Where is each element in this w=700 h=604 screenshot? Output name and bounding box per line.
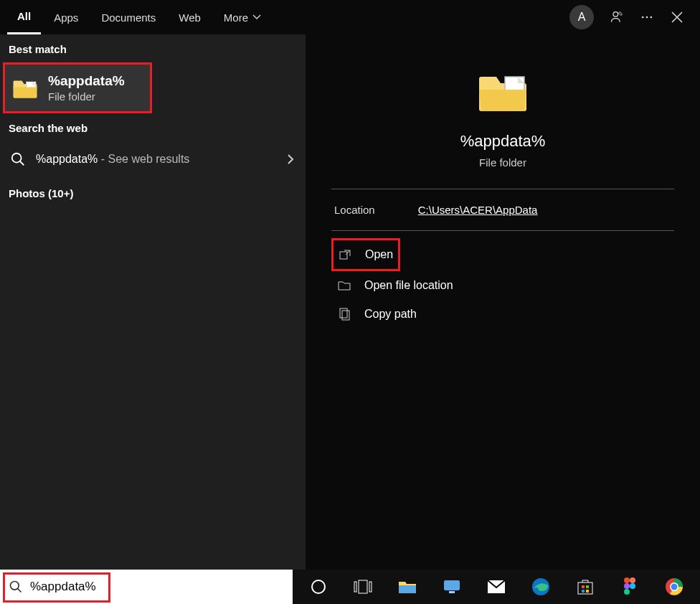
preview-title: %appdata% <box>331 132 674 151</box>
file-explorer-icon[interactable] <box>396 575 419 598</box>
svg-point-32 <box>671 584 678 590</box>
photos-section-label[interactable]: Photos (10+) <box>0 177 306 209</box>
search-input[interactable] <box>30 580 284 594</box>
taskbar-icons <box>293 570 700 604</box>
tab-all[interactable]: All <box>7 0 41 34</box>
feedback-icon[interactable] <box>610 10 624 24</box>
svg-point-11 <box>312 580 325 593</box>
tab-more[interactable]: More <box>214 0 271 34</box>
best-match-text: %appdata% File folder <box>48 73 125 103</box>
action-open-file-location[interactable]: Open file location <box>331 271 674 300</box>
svg-point-26 <box>630 577 635 583</box>
mail-icon[interactable] <box>485 575 508 598</box>
figma-icon[interactable] <box>618 575 641 598</box>
best-match-subtitle: File folder <box>48 90 125 103</box>
svg-rect-9 <box>342 311 349 320</box>
svg-rect-22 <box>586 585 589 588</box>
svg-point-3 <box>651 16 653 19</box>
web-result-suffix: - See web results <box>98 153 189 165</box>
action-label: Open <box>365 248 393 261</box>
chevron-down-icon <box>252 13 261 22</box>
svg-point-27 <box>624 583 630 589</box>
action-label: Open file location <box>364 279 453 292</box>
tab-apps[interactable]: Apps <box>44 0 88 34</box>
svg-point-25 <box>624 577 630 583</box>
web-result-text: %appdata% - See web results <box>36 153 189 166</box>
folder-outline-icon <box>337 278 351 293</box>
svg-rect-24 <box>586 590 589 593</box>
svg-rect-7 <box>340 252 347 259</box>
svg-rect-16 <box>444 580 460 590</box>
location-path-link[interactable]: C:\Users\ACER\AppData <box>418 204 538 216</box>
actions-list: Open Open file location Copy path <box>331 238 674 329</box>
location-label: Location <box>334 204 375 216</box>
avatar-letter: A <box>578 11 586 24</box>
cortana-icon[interactable] <box>307 575 330 598</box>
svg-rect-8 <box>340 308 347 318</box>
main-area: Best match %appdata% File folder <box>0 34 700 570</box>
svg-point-29 <box>624 589 630 595</box>
web-result-row[interactable]: %appdata% - See web results <box>0 141 306 177</box>
search-web-label: Search the web <box>0 113 306 141</box>
more-options-icon[interactable] <box>640 10 654 24</box>
task-view-icon[interactable] <box>351 575 374 598</box>
chrome-icon[interactable] <box>663 575 686 598</box>
search-icon <box>10 151 26 167</box>
tab-documents[interactable]: Documents <box>91 0 166 34</box>
folder-icon <box>12 77 38 99</box>
svg-rect-15 <box>399 585 416 593</box>
svg-rect-17 <box>449 591 455 593</box>
results-panel: Best match %appdata% File folder <box>0 34 306 570</box>
best-match-title: %appdata% <box>48 73 125 89</box>
svg-point-2 <box>646 16 648 19</box>
tab-web[interactable]: Web <box>169 0 211 34</box>
close-icon[interactable] <box>670 10 684 24</box>
location-row: Location C:\Users\ACER\AppData <box>331 189 674 230</box>
taskbar <box>0 570 700 604</box>
taskbar-search[interactable] <box>0 570 293 604</box>
tabs: All Apps Documents Web More <box>7 0 271 34</box>
svg-point-1 <box>642 16 644 19</box>
topbar-right: A <box>569 5 693 29</box>
tab-label: More <box>224 11 248 24</box>
svg-rect-13 <box>359 580 367 593</box>
action-open[interactable]: Open <box>331 238 400 271</box>
web-result-query: %appdata% <box>36 153 98 165</box>
tab-label: All <box>17 10 31 22</box>
svg-rect-14 <box>369 582 372 592</box>
svg-point-0 <box>613 12 618 17</box>
svg-rect-12 <box>354 582 356 592</box>
svg-rect-20 <box>578 582 592 594</box>
svg-point-10 <box>11 582 19 590</box>
preview-panel: %appdata% File folder Location C:\Users\… <box>306 34 700 570</box>
best-match-label: Best match <box>0 34 306 62</box>
tab-label: Web <box>179 11 201 24</box>
copy-icon <box>337 307 351 321</box>
tab-label: Documents <box>101 11 156 24</box>
tab-label: Apps <box>54 11 78 24</box>
action-label: Copy path <box>364 308 417 321</box>
user-avatar[interactable]: A <box>569 5 594 29</box>
preview-subtitle: File folder <box>331 156 674 169</box>
chevron-right-icon <box>285 154 295 164</box>
edge-icon[interactable] <box>529 575 552 598</box>
search-icon <box>9 580 23 594</box>
app-monitor-icon[interactable] <box>440 575 463 598</box>
open-icon <box>339 247 352 262</box>
svg-rect-21 <box>582 585 585 588</box>
svg-point-5 <box>12 154 22 163</box>
divider <box>331 230 674 231</box>
svg-point-28 <box>630 583 635 589</box>
svg-rect-23 <box>582 590 585 593</box>
folder-icon <box>331 69 674 115</box>
search-tabs-bar: All Apps Documents Web More A <box>0 0 700 34</box>
action-copy-path[interactable]: Copy path <box>331 300 674 329</box>
best-match-result[interactable]: %appdata% File folder <box>3 62 152 113</box>
microsoft-store-icon[interactable] <box>574 575 597 598</box>
